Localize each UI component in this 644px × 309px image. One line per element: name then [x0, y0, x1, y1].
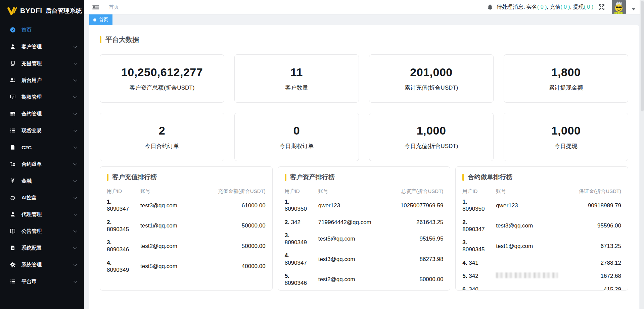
sidebar-item-admin-users[interactable]: 后台用户	[0, 72, 84, 89]
rank-number: 1.	[285, 199, 289, 205]
logo-text: BYDFi	[20, 7, 42, 15]
sidebar-item-contracts[interactable]: 合约管理	[0, 105, 84, 122]
avatar-dropdown-caret[interactable]	[632, 8, 635, 10]
cell-account: test5@qq.com	[318, 235, 414, 242]
user-id: 8090350	[462, 205, 491, 212]
cell-account: test5@qq.com	[140, 263, 236, 270]
rank-number: 4.	[107, 260, 111, 266]
stat-label: 客户数量	[285, 84, 308, 92]
yellow-bar	[285, 174, 286, 181]
chevron-down-icon	[73, 279, 77, 283]
cell-amount: 95596.00	[597, 222, 621, 229]
scrollbar-thumb[interactable]	[641, 1, 644, 111]
cell-amount: 1672.68	[601, 272, 621, 279]
sidebar-item-system-config[interactable]: 系统配置	[0, 240, 84, 256]
cell-user-id: 4.8090349	[107, 259, 135, 274]
column-header-amount: 充值金额(折合USDT)	[218, 188, 266, 195]
stat-label: 累计充值(折合USDT)	[405, 84, 458, 92]
book-icon	[9, 228, 16, 234]
stat-value: 201,000	[410, 66, 452, 79]
sidebar-item-ai-control[interactable]: AI控盘	[0, 189, 84, 206]
message-count: ( 0 )	[560, 4, 570, 10]
chevron-down-icon	[73, 128, 77, 132]
sidebar-item-label: 现货交易	[21, 127, 42, 134]
list2-icon	[9, 278, 16, 285]
sidebar-item-options[interactable]: 期权管理	[0, 89, 84, 105]
table-row: 4. 3412788.12	[462, 257, 621, 269]
stats-grid: 10,250,612,277客户资产总额(折合USDT)11客户数量201,00…	[100, 54, 628, 161]
sidebar-item-system-admin[interactable]: 系统管理	[0, 256, 84, 273]
sidebar-item-c2c[interactable]: C2C	[0, 139, 84, 156]
column-header-account: 账号	[140, 188, 213, 195]
doc-icon	[9, 144, 16, 150]
chevron-down-icon	[73, 178, 77, 182]
pending-messages: 待处理消息: 实名( 0 ), 充值( 0 ), 提现( 0 )	[497, 4, 593, 11]
rank-number: 1.	[107, 199, 111, 205]
table-row: 4.8090347test3@qq.com86273.98	[285, 250, 444, 269]
sidebar-item-label: 期权管理	[21, 94, 42, 100]
cell-user-id: 3.8090346	[107, 239, 135, 253]
cell-account: test1@qq.com	[496, 243, 595, 250]
yellow-bar	[107, 174, 108, 181]
table-row: 1.8090350qwer12310250077969.59	[285, 196, 444, 215]
table-row: 4.8090349test5@qq.com40000.00	[107, 257, 266, 276]
topbar-right: 待处理消息: 实名( 0 ), 充值( 0 ), 提现( 0 )	[487, 0, 635, 14]
cell-amount: 415.29	[604, 286, 621, 291]
scrollbar[interactable]	[640, 0, 644, 309]
sidebar-item-home[interactable]: 首页	[0, 21, 84, 38]
sidebar-item-label: 合约管理	[21, 111, 42, 117]
sidebar-item-label: 客户管理	[21, 44, 42, 50]
cell-user-id: 4. 341	[462, 259, 491, 266]
doc-icon	[9, 245, 16, 251]
breadcrumb[interactable]: 首页	[109, 4, 119, 10]
cell-amount: 50000.00	[419, 276, 443, 283]
sidebar-collapse-icon[interactable]	[92, 4, 99, 10]
ranking-panel: 客户充值排行榜用户ID账号充值金额(折合USDT)1.8090347test3@…	[100, 166, 273, 291]
avatar[interactable]	[612, 0, 626, 14]
table-row: 5.8090346test2@qq.com50000.00	[285, 270, 444, 289]
stat-card: 10,250,612,277客户资产总额(折合USDT)	[100, 54, 224, 103]
redacted-account	[496, 272, 558, 278]
stat-label: 客户资产总额(折合USDT)	[130, 84, 195, 92]
app-root: BYDFi 后台管理系统 首页客户管理充提管理后台用户期权管理合约管理现货交易C…	[0, 0, 644, 309]
ranking-title-row: 客户资产排行榜	[285, 173, 444, 182]
cell-user-id: 6. 340	[462, 286, 491, 291]
sidebar-item-customers[interactable]: 客户管理	[0, 38, 84, 55]
section-title: 平台大数据	[105, 35, 139, 44]
chevron-down-icon	[73, 111, 77, 115]
cell-account: test3@qq.com	[140, 202, 236, 209]
sidebar-item-platform-coin[interactable]: 平台币	[0, 273, 84, 290]
stat-label: 今日合约订单	[145, 142, 179, 150]
ranking-title: 客户充值排行榜	[112, 173, 157, 182]
sidebar-item-spot[interactable]: 现货交易	[0, 122, 84, 139]
sidebar-item-agents[interactable]: 代理管理	[0, 206, 84, 223]
rank-number: 4.	[462, 260, 467, 266]
bell-icon[interactable]	[487, 4, 493, 10]
gear-icon	[9, 262, 16, 268]
rank-number: 2.	[107, 219, 111, 225]
table-row: 5. 3421672.68	[462, 270, 621, 282]
stat-card: 201,000累计充值(折合USDT)	[369, 54, 494, 103]
chevron-down-icon	[73, 229, 77, 233]
sidebar-item-deposit-withdraw[interactable]: 充提管理	[0, 55, 84, 72]
sidebar-item-finance[interactable]: 金融	[0, 172, 84, 189]
fullscreen-icon[interactable]	[598, 4, 605, 11]
column-header-user-id: 用户ID	[462, 188, 491, 195]
sidebar-item-label: 充提管理	[21, 60, 42, 67]
tab-home[interactable]: 首页	[89, 14, 112, 25]
sidebar-item-copy-trading[interactable]: 合约跟单	[0, 156, 84, 172]
stat-label: 今日充值(折合USDT)	[405, 142, 458, 150]
list-icon	[9, 127, 16, 134]
user-icon	[9, 211, 16, 217]
sidebar-item-label: 首页	[21, 27, 32, 33]
sidebar-item-label: AI控盘	[21, 195, 37, 201]
rank-number: 5.	[462, 273, 467, 279]
column-header-user-id: 用户ID	[285, 188, 313, 195]
table-row: 3.8090346test2@qq.com50000.00	[107, 237, 266, 256]
sidebar-item-announcements[interactable]: 公告管理	[0, 223, 84, 240]
user-icon	[9, 44, 16, 50]
stat-value: 0	[293, 124, 300, 137]
table-row: 2. 342719964442@qq.com261643.25	[285, 216, 444, 228]
section-title-row: 平台大数据	[100, 35, 628, 44]
table-row: 2.8090345test1@qq.com50000.00	[107, 216, 266, 236]
